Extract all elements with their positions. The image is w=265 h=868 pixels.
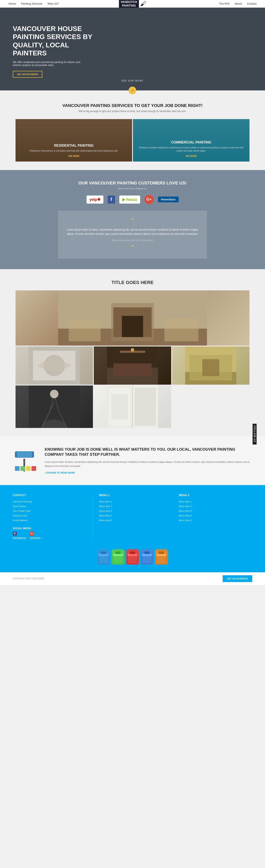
nav-contact[interactable]: Contact [247, 2, 257, 5]
quote-text: Lorem ipsum dolor sit amet, consectetur … [67, 227, 198, 236]
paint-roller-svg [13, 447, 36, 472]
residential-panel: RESIDENTIAL PAINTING Painting for homeow… [16, 119, 132, 161]
nav-about[interactable]: About [235, 2, 242, 5]
svg-point-14 [131, 348, 134, 351]
close-quote-icon: " [67, 244, 198, 252]
footer-street: Street Name [13, 504, 86, 508]
svg-rect-44 [115, 552, 121, 554]
footer-menu1-item1[interactable]: Menu Item 1 [99, 499, 166, 504]
paint-bucket-4 [140, 550, 153, 565]
svg-rect-29 [135, 388, 156, 426]
site-logo[interactable]: VANDUTCH PAINTING 🖌 [119, 0, 146, 8]
reviews-heading: OUR VANCOUVER PAINTING CUSTOMERS LOVE US… [13, 181, 252, 186]
nav-why-us[interactable]: Why Us? [47, 2, 59, 5]
info-text-block: KNOWING YOUR JOB IS DONE WELL IS WHAT MA… [45, 447, 252, 474]
svg-rect-19 [202, 359, 219, 376]
facebook-social-link[interactable]: f FACEBOOK [13, 531, 26, 540]
paint-bucket-5 [155, 550, 168, 565]
footer-menu2-item4[interactable]: Menu Item 4 [179, 513, 246, 518]
logo-line1: VANDUTCH [121, 0, 137, 4]
paint-bucket-2 [112, 550, 125, 565]
commercial-text: Painting for builders looking for a prof… [137, 146, 245, 152]
testimonial-box: " Lorem ipsum dolor sit amet, consectetu… [58, 211, 207, 259]
footer-menu1-heading: MENU 1 [99, 494, 166, 497]
footer-phone: Telephone No. [13, 513, 86, 518]
expand-link[interactable]: » EXPAND TO READ MORE [45, 471, 75, 474]
follow-us-label[interactable]: Follow uS [253, 424, 257, 444]
svg-rect-34 [17, 452, 32, 457]
services-heading: VANCOUVER PAINTING SERVICES TO GET YOUR … [8, 103, 257, 108]
svg-rect-50 [144, 552, 150, 554]
see-our-work-label: SEE OUR WORK [122, 80, 143, 82]
scroll-down-icon[interactable]: ✓ [129, 87, 136, 94]
googleplus-logo[interactable]: G+ [144, 195, 154, 204]
houzz-logo[interactable]: ▶ houzz [119, 195, 140, 204]
footer-menu2-item3[interactable]: Menu Item 3 [179, 508, 246, 513]
paint-bucket-3 [126, 550, 139, 565]
info-section: KNOWING YOUR JOB IS DONE WELL IS WHAT MA… [0, 436, 265, 485]
gallery-image-4 [172, 346, 249, 385]
gallery-item[interactable] [94, 346, 171, 385]
yelp-logo[interactable]: yelp✱ [86, 195, 103, 204]
footer-cta-button[interactable]: GET AN ESTIMATE [223, 575, 252, 582]
footer-company-name: VanDutch Painting [13, 499, 86, 504]
commercial-see-more-link[interactable]: SEE MORE [137, 155, 245, 157]
footer-menu2-heading: MENU 2 [179, 494, 246, 497]
svg-rect-35 [15, 466, 20, 471]
svg-rect-47 [130, 552, 135, 554]
svg-rect-36 [20, 466, 25, 471]
svg-rect-53 [159, 552, 164, 554]
footer-menu1-col: MENU 1 Menu Item 1 Menu Item 2 Menu Item… [93, 494, 173, 540]
social-media-heading: SOCIAL MEDIA [13, 527, 86, 530]
nav-the-roi[interactable]: The ROI [219, 2, 230, 5]
gallery-item[interactable] [16, 346, 93, 385]
svg-rect-6 [164, 318, 198, 341]
logo-paintbrush-icon: 🖌 [140, 0, 146, 7]
footer-menu1-item3[interactable]: Menu Item 3 [99, 508, 166, 513]
nav-home[interactable]: Home [8, 2, 16, 5]
social-links-row: f FACEBOOK g+ GOOGLE + [13, 531, 86, 540]
footer-bottom: COPYRIGHT INFO GOES HERE. GET AN ESTIMAT… [0, 572, 265, 585]
homestars-logo[interactable]: HomeStars [158, 196, 179, 202]
footer-menu2-item2[interactable]: Menu Item 2 [179, 504, 246, 508]
footer-menu2-item1[interactable]: Menu Item 1 [179, 499, 246, 504]
gallery-item[interactable] [94, 385, 171, 428]
footer: CONTACT VanDutch Painting Street Name Ci… [0, 485, 265, 572]
services-section: VANCOUVER PAINTING SERVICES TO GET YOUR … [0, 90, 265, 170]
footer-menu1-item5[interactable]: Menu Item 5 [99, 518, 166, 523]
facebook-icon: f [13, 531, 17, 536]
residential-text: Painting for homeowners or renovators an… [20, 149, 128, 152]
svg-rect-41 [101, 552, 106, 554]
reviews-subheading: See more of our reviews on: [13, 187, 252, 190]
gallery-image-2 [16, 346, 93, 385]
svg-rect-38 [31, 466, 36, 471]
hero-section: VANCOUVER HOUSE PAINTING SERVICES BY QUA… [0, 8, 265, 90]
gallery-image-6 [94, 385, 171, 428]
footer-menu2-item5[interactable]: Menu Item 5 [179, 518, 246, 523]
review-logos-row: yelp✱ f ▶ houzz G+ HomeStars [13, 195, 252, 204]
navigation: Home Painting Services Why Us? VANDUTCH … [0, 0, 265, 8]
residential-see-more-link[interactable]: SEE MORE [20, 155, 128, 157]
nav-left-links: Home Painting Services Why Us? [8, 2, 59, 5]
open-quote-icon: " [67, 217, 198, 225]
footer-menu2-col: MENU 2 Menu Item 1 Menu Item 2 Menu Item… [173, 494, 252, 540]
hero-cta-button[interactable]: GET AN ESTIMATE [13, 71, 42, 78]
svg-rect-31 [111, 394, 128, 420]
gallery-item[interactable] [172, 346, 249, 385]
copyright-text: COPYRIGHT INFO GOES HERE. [13, 578, 45, 580]
gallery-grid [16, 290, 249, 428]
gallery-item[interactable] [16, 385, 93, 428]
svg-point-25 [50, 390, 58, 398]
footer-menu1-item4[interactable]: Menu Item 4 [99, 513, 166, 518]
gallery-item[interactable] [16, 290, 249, 346]
googleplus-label: GOOGLE + [30, 537, 42, 539]
facebook-logo[interactable]: f [108, 195, 115, 204]
see-our-work[interactable]: SEE OUR WORK ✓ [122, 80, 143, 90]
footer-menu1-item2[interactable]: Menu Item 2 [99, 504, 166, 508]
svg-rect-15 [113, 364, 152, 376]
footer-contact-heading: CONTACT [13, 494, 86, 497]
nav-painting-services[interactable]: Painting Services [21, 2, 42, 5]
googleplus-social-link[interactable]: g+ GOOGLE + [30, 531, 42, 540]
svg-rect-4 [122, 316, 143, 337]
info-heading: KNOWING YOUR JOB IS DONE WELL IS WHAT MA… [45, 447, 252, 457]
